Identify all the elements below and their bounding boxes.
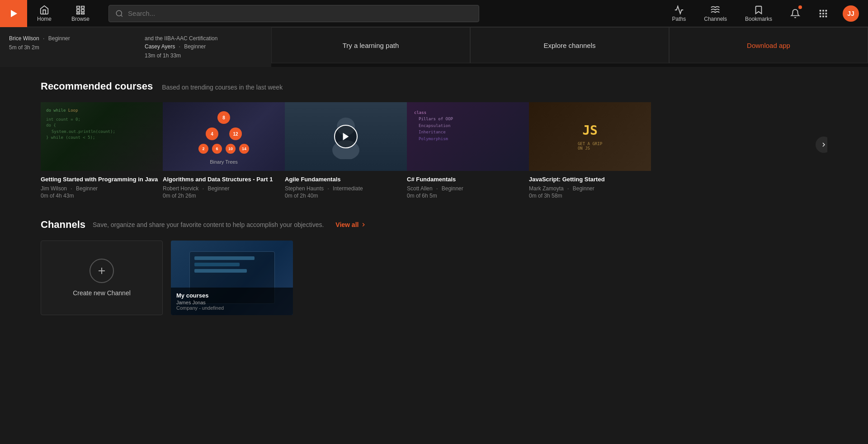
svg-point-7	[116, 10, 122, 16]
notifications-button[interactable]	[782, 0, 808, 27]
course-thumbnail-js: JS GET A GRIPON JS	[529, 102, 651, 171]
svg-rect-17	[826, 15, 827, 17]
channel-author: James Jonas	[176, 300, 288, 305]
course-title-java: Getting Started with Programming in Java	[41, 175, 163, 184]
notification-badge	[798, 5, 802, 9]
avatar[interactable]: JJ	[843, 5, 859, 22]
top-cta-bar: Brice Wilson · Beginner 5m of 3h 2m and …	[0, 27, 868, 67]
plus-icon	[96, 265, 107, 276]
svg-rect-4	[81, 9, 84, 12]
recommended-courses-section: Recommended courses Based on trending co…	[0, 67, 868, 210]
view-all-link[interactable]: View all	[335, 221, 367, 228]
courses-row: do while Loop int count = 0; do { System…	[41, 102, 827, 201]
recommended-header: Recommended courses Based on trending co…	[41, 80, 827, 92]
cta-cards: Try a learning path Explore channels Dow…	[271, 27, 868, 67]
course-title-csharp: C# Fundamentals	[407, 175, 529, 184]
svg-rect-10	[822, 9, 824, 11]
channels-section: Channels Save, organize and share your f…	[0, 210, 868, 333]
create-channel-card[interactable]: Create new Channel	[41, 241, 163, 315]
course-card-js[interactable]: JS GET A GRIPON JS JavaScript: Getting S…	[529, 102, 651, 201]
explore-channels-button[interactable]: Explore channels	[470, 27, 669, 63]
create-channel-label: Create new Channel	[73, 289, 131, 297]
svg-rect-11	[826, 9, 827, 11]
channel-overlay: My courses James Jonas Company - undefin…	[171, 288, 293, 315]
svg-rect-12	[820, 13, 821, 14]
download-app-button[interactable]: Download app	[669, 27, 868, 63]
courses-scroll-right[interactable]	[816, 137, 827, 153]
svg-line-8	[121, 15, 123, 16]
course-title-js: JavaScript: Getting Started	[529, 175, 651, 184]
svg-rect-14	[826, 13, 827, 14]
svg-marker-0	[11, 10, 17, 17]
channel-name: My courses	[176, 292, 288, 299]
chevron-right-icon	[360, 222, 367, 228]
recommended-title: Recommended courses	[41, 80, 153, 92]
svg-rect-2	[81, 6, 84, 8]
svg-rect-15	[820, 15, 821, 17]
course-card-algo[interactable]: 8 4 12 2 6 10 14	[163, 102, 285, 201]
channels-header: Channels Save, organize and share your f…	[41, 219, 827, 231]
nav-right-icons: Paths Channels Bookmarks	[664, 0, 868, 27]
recommended-subtitle: Based on trending courses in the last we…	[162, 84, 283, 91]
course-title-agile: Agile Fundamentals	[285, 175, 407, 184]
paths-nav-item[interactable]: Paths	[664, 0, 694, 27]
top-course-card-2[interactable]: and the IIBA-AAC Certification Casey Aye…	[136, 27, 271, 67]
search-bar[interactable]	[108, 5, 479, 22]
svg-rect-5	[77, 13, 80, 14]
apps-button[interactable]	[810, 0, 836, 27]
channels-title: Channels	[41, 219, 85, 231]
svg-rect-16	[822, 15, 824, 17]
course-thumbnail-csharp: class Pillars of OOP Encapsulation Inher…	[407, 102, 529, 171]
course-title-algo: Algorithms and Data Structures - Part 1	[163, 175, 285, 184]
channels-nav-item[interactable]: Channels	[696, 0, 735, 27]
play-button-agile[interactable]	[334, 125, 358, 148]
search-input[interactable]	[128, 9, 472, 17]
browse-nav-item[interactable]: Browse	[61, 0, 99, 27]
bookmarks-nav-item[interactable]: Bookmarks	[737, 0, 780, 27]
svg-rect-13	[822, 13, 824, 14]
course-card-java[interactable]: do while Loop int count = 0; do { System…	[41, 102, 163, 201]
top-navigation: Home Browse Paths Channels	[0, 0, 868, 27]
channel-company: Company - undefined	[176, 305, 288, 311]
svg-rect-3	[77, 9, 80, 12]
create-plus-icon	[90, 259, 114, 283]
course-card-csharp[interactable]: class Pillars of OOP Encapsulation Inher…	[407, 102, 529, 201]
channels-subtitle: Save, organize and share your favorite c…	[93, 221, 324, 228]
my-courses-channel-card[interactable]: My courses James Jonas Company - undefin…	[171, 241, 293, 315]
course-card-agile[interactable]: Agile Fundamentals Stephen Haunts · Inte…	[285, 102, 407, 201]
logo[interactable]	[0, 0, 27, 27]
search-icon	[115, 9, 123, 18]
svg-marker-20	[343, 133, 349, 141]
course-thumbnail-agile	[285, 102, 407, 171]
svg-rect-6	[81, 13, 84, 14]
home-nav-item[interactable]: Home	[27, 0, 61, 27]
top-course-card-1[interactable]: Brice Wilson · Beginner 5m of 3h 2m	[0, 27, 136, 67]
channels-row: Create new Channel	[41, 241, 827, 315]
main-content: Brice Wilson · Beginner 5m of 3h 2m and …	[0, 0, 868, 333]
course-thumbnail-algo: 8 4 12 2 6 10 14	[163, 102, 285, 171]
svg-rect-1	[77, 6, 80, 8]
svg-rect-9	[820, 9, 821, 11]
try-learning-path-button[interactable]: Try a learning path	[271, 27, 470, 63]
course-thumbnail-java: do while Loop int count = 0; do { System…	[41, 102, 163, 171]
